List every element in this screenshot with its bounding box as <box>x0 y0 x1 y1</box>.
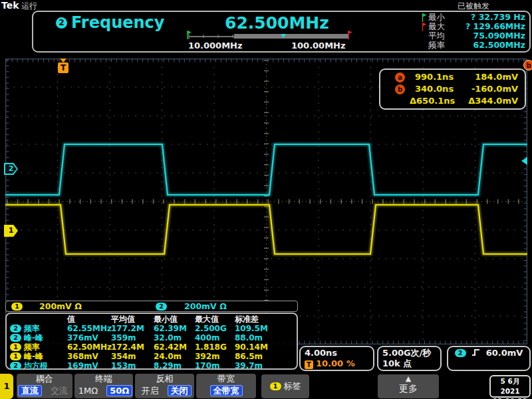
trigger-level-arrow-icon <box>521 157 527 165</box>
min-flag-icon <box>188 31 192 39</box>
channel-1-badge: 1 <box>10 352 21 360</box>
trigger-position-marker[interactable]: T <box>57 59 69 74</box>
trigger-t-icon: T <box>58 63 68 73</box>
table-row: 1频率 62.50MHz172.4M 62.42M1.818G 90.14M <box>10 342 297 352</box>
scale-min-label: 10.000MHz <box>188 41 243 51</box>
bandwidth-group: 带宽 全带宽 <box>196 374 256 398</box>
invert-on-button[interactable]: 开启 <box>138 385 162 396</box>
acquisition-settings-box[interactable]: 5.00G次/秒 10k 点 <box>377 346 442 371</box>
ch2-trace <box>5 144 527 195</box>
channel-1-scale: 200mV Ω <box>39 301 82 311</box>
time-text: 13:29:32 <box>491 396 529 399</box>
channel-scale-bar[interactable]: 1 200mV Ω 2 200mV Ω <box>5 301 298 312</box>
record-length: 10k 点 <box>382 358 436 369</box>
stat-mean-row: 平均 75.090MHz <box>422 31 525 41</box>
cursor-delta-row: Δ650.1ns Δ344.0mV <box>386 96 519 108</box>
stat-freq-row: 频率 62.500MHz <box>422 41 525 50</box>
cursor-a-icon: a <box>395 72 405 82</box>
frequency-measurement-panel[interactable]: 2 Frequency 62.500MHz 10.000MHz 100.00MH… <box>32 11 531 53</box>
channel-2-badge: 2 <box>10 362 21 370</box>
trigger-t-icon: T <box>305 360 313 369</box>
chevron-up-icon: ▲ <box>378 376 439 382</box>
trigger-position-percent: 10.00 % <box>316 358 355 368</box>
measurement-results-table[interactable]: 值 平均值 最小值 最大值 标准差 2频率 62.55MHz177.2M 62.… <box>5 313 298 370</box>
cursor-a-row: a 990.1ns 184.0mV <box>386 72 519 84</box>
bandwidth-full-button[interactable]: 全带宽 <box>210 385 243 396</box>
channel-1-menu-tab[interactable]: 1 <box>0 374 13 399</box>
table-row: 2均方根 169mV153m 8.29m170m 39.7m <box>10 361 297 370</box>
termination-group: 终端 1MΩ 50Ω <box>74 374 133 398</box>
offscreen-cursor-indicator[interactable]: b <box>523 60 532 70</box>
label-button[interactable]: 1标签 <box>261 374 309 398</box>
termination-50ohm-button[interactable]: 50Ω <box>106 385 132 396</box>
sample-rate: 5.00G次/秒 <box>382 348 436 358</box>
coupling-ac-button[interactable]: 交流 <box>47 385 71 396</box>
measurement-title: Frequency <box>71 13 164 32</box>
coupling-group: 耦合 直流 交流 <box>17 374 72 398</box>
date-text: 5 6月 2021 <box>491 376 529 396</box>
cursor-b-icon: b <box>395 84 405 94</box>
termination-1mohm-button[interactable]: 1MΩ <box>75 385 101 396</box>
table-row: 1峰-峰 368mV354m 24.0m392m 86.5m <box>10 352 297 361</box>
scale-max-label: 100.00MHz <box>291 41 346 51</box>
channel-2-badge: 2 <box>10 334 21 342</box>
cursor-readout-box[interactable]: a 990.1ns 184.0mV b 340.0ns -160.0mV Δ65… <box>379 68 526 110</box>
channel-1-badge: 1 <box>10 343 21 351</box>
channel-1-badge: 1 <box>270 382 281 390</box>
ch1-trace <box>5 205 527 254</box>
channel-2-scale: 200mV Ω <box>184 301 227 311</box>
range-bar <box>234 34 348 39</box>
frequency-range-ruler <box>185 30 356 41</box>
top-status-bar: Tek 运行 已被触发 <box>0 0 532 10</box>
channel-2-badge: 2 <box>56 17 67 29</box>
invert-title: 反相 <box>135 374 194 384</box>
stat-max-row: 最大 ? 129.66MHz <box>422 22 525 31</box>
termination-title: 终端 <box>74 374 133 384</box>
channel-1-badge: 1 <box>11 303 23 311</box>
run-status-text: 运行 <box>21 1 37 12</box>
coupling-title: 耦合 <box>17 374 72 384</box>
tek-logo: Tek <box>1 0 19 11</box>
table-row: 2频率 62.55MHz177.2M 62.39M2.500G 109.5M <box>10 324 297 333</box>
table-row: 2峰-峰 376mV359m 32.0m400m 88.0m <box>10 333 297 342</box>
cursor-b-row: b 340.0ns -160.0mV <box>386 84 519 96</box>
datetime-display: 5 6月 2021 13:29:32 <box>489 375 531 398</box>
more-button[interactable]: ▲ 更多 <box>378 374 439 398</box>
invert-off-button[interactable]: 关闭 <box>168 385 192 396</box>
rising-edge-icon <box>471 348 481 357</box>
table-header-row: 值 平均值 最小值 最大值 标准差 <box>10 315 297 324</box>
bandwidth-title: 带宽 <box>196 374 256 384</box>
coupling-dc-button[interactable]: 直流 <box>18 385 42 396</box>
channel-2-badge: 2 <box>455 349 466 357</box>
max-flag-icon <box>422 23 427 31</box>
min-flag-icon <box>422 13 427 22</box>
trigger-settings-box[interactable]: 260.0mV <box>447 346 531 371</box>
channel-2-badge: 2 <box>156 303 167 311</box>
channel-2-badge: 2 <box>10 325 21 332</box>
timebase-value: 4.00ns <box>305 348 369 358</box>
horizontal-settings-box[interactable]: 4.00ns T10.00 % <box>299 346 374 371</box>
invert-group: 反相 开启 关闭 <box>135 374 194 398</box>
trigger-level: 60.0mV <box>486 348 523 358</box>
stat-min-row: 最小 ? 32.739 Hz <box>422 13 525 22</box>
max-flag-icon <box>348 31 352 39</box>
